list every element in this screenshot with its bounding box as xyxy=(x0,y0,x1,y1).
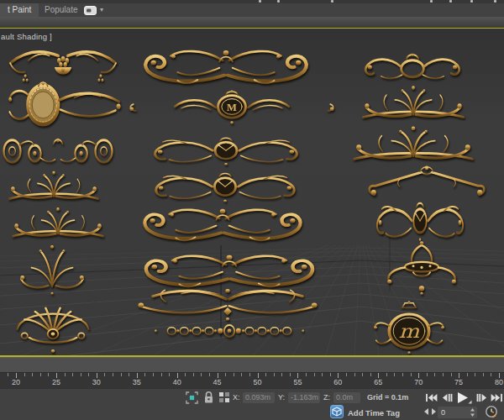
toolbar-fragment-icon xyxy=(277,0,280,3)
ornament-right-crest-1[interactable] xyxy=(356,82,470,124)
timeline-tick xyxy=(290,373,291,376)
timeline-tick xyxy=(65,373,66,376)
timeline-tick xyxy=(113,373,113,376)
viewport-border-top xyxy=(0,28,504,29)
isolate-selection-toggle[interactable] xyxy=(186,391,198,404)
perspective-viewport[interactable]: ault Shading ] xyxy=(0,29,504,355)
timeline-tick xyxy=(40,373,41,376)
status-bar: X: 0.093m Y: -1.163m Z: 0.0m Grid = 0.1m xyxy=(0,388,504,420)
go-to-start-button[interactable] xyxy=(424,391,438,404)
timeline-frame-label: 45 xyxy=(213,378,222,386)
timeline-tick xyxy=(274,373,275,376)
add-time-tag-button[interactable] xyxy=(330,405,344,418)
ribbon-tab-label: Populate xyxy=(45,5,77,14)
timeline-tick xyxy=(491,373,491,376)
ornament-right-crest-2[interactable] xyxy=(346,123,480,166)
timeline-tick xyxy=(467,373,468,376)
timeline-tick xyxy=(24,373,25,376)
ornament-mid-bar-monogram[interactable] xyxy=(126,89,338,124)
timeline-tick xyxy=(32,373,33,376)
ribbon-tab-populate[interactable]: Populate xyxy=(37,3,85,17)
frame-spinner[interactable] xyxy=(470,407,475,420)
chevron-down-icon: ▾ xyxy=(100,5,103,15)
timeline-tick xyxy=(362,373,363,376)
timeline-tick xyxy=(370,373,371,376)
timeline-tick xyxy=(104,373,105,376)
ornament-mid-bead-garland[interactable] xyxy=(153,321,306,341)
ribbon-tab-label: t Paint xyxy=(8,5,31,14)
timeline-tick xyxy=(153,373,154,376)
3ds-max-window: M xyxy=(0,0,504,420)
ornament-right-monogram-medallion[interactable] xyxy=(368,301,450,354)
ornament-left-crest-acanthus[interactable] xyxy=(7,204,109,243)
ornament-mid-scroll-medallion[interactable] xyxy=(126,134,326,168)
timeline-frame-label: 35 xyxy=(133,378,141,386)
timeline-tick xyxy=(225,373,226,376)
key-step-arrows[interactable] xyxy=(424,408,436,415)
timeline-ruler[interactable]: 20253035404550556065707580 xyxy=(0,372,504,388)
timeline-tick xyxy=(81,373,81,376)
viewport-border-bottom xyxy=(0,355,504,357)
ribbon-tab-object-paint[interactable]: t Paint xyxy=(0,3,39,17)
ornament-left-cartouche-grapes[interactable] xyxy=(5,81,126,128)
timeline-tick xyxy=(8,373,8,376)
timeline-frame-label: 80 xyxy=(495,378,503,386)
track-bar[interactable] xyxy=(0,357,504,372)
timeline-tick xyxy=(314,373,315,376)
timeline-tick xyxy=(169,373,170,376)
ornament-right-pediment-frame[interactable] xyxy=(360,163,494,203)
timeline-frame-label: 60 xyxy=(333,378,342,386)
ornament-left-palmette-crest[interactable] xyxy=(13,244,91,296)
timeline-tick xyxy=(129,373,129,376)
timeline-tick xyxy=(434,373,435,376)
timeline-tick xyxy=(265,373,266,376)
x-coordinate-label: X: xyxy=(233,393,240,402)
go-to-end-button[interactable] xyxy=(490,391,503,404)
x-coordinate-field[interactable]: 0.093m xyxy=(243,392,275,403)
ornament-right-floral-crest[interactable] xyxy=(360,198,480,245)
ornament-left-circle-scrolls[interactable] xyxy=(0,133,116,168)
next-frame-icon xyxy=(476,393,488,402)
y-coordinate-field[interactable]: -1.163m xyxy=(288,392,320,403)
timeline-tick xyxy=(121,373,122,376)
timeline-frame-label: 25 xyxy=(52,378,60,386)
key-step-icon xyxy=(424,408,436,415)
toolbar-fragment-icon xyxy=(331,0,333,3)
ornament-mid-acanthus-wide[interactable] xyxy=(124,284,331,323)
ornament-left-fan-crest[interactable] xyxy=(7,299,99,354)
timeline-tick xyxy=(193,373,194,376)
go-to-end-icon xyxy=(491,393,503,402)
timeline-tick xyxy=(411,373,412,376)
ornament-mid-scroll-panel[interactable] xyxy=(126,45,326,87)
media-toggle-icon xyxy=(84,6,97,15)
toolbar-fragment-icon xyxy=(430,0,433,3)
viewport-shading-label[interactable]: ault Shading ] xyxy=(1,32,52,41)
add-time-tag-label[interactable]: Add Time Tag xyxy=(348,408,400,417)
timeline-frame-label: 20 xyxy=(12,378,20,386)
selection-lock-toggle[interactable] xyxy=(203,391,214,404)
ornament-left-crest-small[interactable] xyxy=(3,168,104,205)
ribbon-media-button[interactable]: ▾ xyxy=(84,5,103,15)
absolute-mode-toggle[interactable] xyxy=(218,391,230,403)
time-configuration-button[interactable] xyxy=(485,405,499,419)
timeline-tick xyxy=(72,373,73,376)
timeline-frame-label: 65 xyxy=(374,378,382,386)
timeline-tick xyxy=(144,373,145,376)
timeline-tick xyxy=(234,373,234,376)
timeline-tick xyxy=(402,373,403,376)
timeline-tick xyxy=(427,373,428,376)
ornament-right-open-scrolls[interactable] xyxy=(353,50,472,84)
y-coordinate-label: Y: xyxy=(278,393,285,402)
play-button[interactable] xyxy=(454,391,473,404)
previous-frame-button[interactable] xyxy=(439,391,454,404)
timeline-tick xyxy=(330,373,331,376)
timeline-frame-label: 40 xyxy=(173,378,181,386)
ornament-mid-shell-scroll[interactable] xyxy=(128,170,323,205)
z-coordinate-field[interactable]: 0.0m xyxy=(333,392,360,403)
next-frame-button[interactable] xyxy=(475,391,489,404)
ornament-mid-scroll-acanthus[interactable] xyxy=(126,204,319,244)
timeline-tick xyxy=(48,373,49,376)
isolate-selection-icon xyxy=(186,391,198,404)
current-frame-field[interactable]: 0 xyxy=(438,407,477,418)
ornament-right-crown[interactable] xyxy=(380,240,464,299)
